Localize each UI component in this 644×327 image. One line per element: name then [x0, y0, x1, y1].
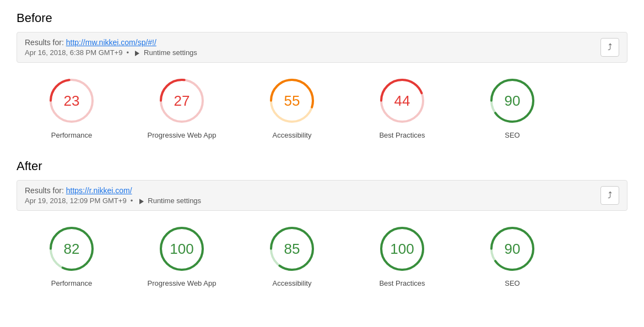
- runtime-settings-link[interactable]: Runtime settings: [144, 48, 197, 57]
- scores-row: 82 Performance 100 Progressive Web App 8…: [17, 224, 627, 287]
- score-number-accessibility-after: 85: [284, 241, 300, 258]
- score-number-pwa-before: 27: [174, 92, 190, 110]
- score-number-accessibility-before: 55: [284, 92, 300, 110]
- score-item-bestpractices-before: 44 Best Practices: [347, 76, 457, 139]
- score-number-pwa-after: 100: [170, 241, 193, 258]
- score-label-accessibility-before: Accessibility: [273, 131, 312, 139]
- scores-row: 23 Performance 27 Progressive Web App 55…: [17, 76, 627, 139]
- score-item-performance-before: 23 Performance: [17, 76, 127, 139]
- results-label: Results for:: [25, 186, 66, 195]
- score-circle-performance-before: 23: [47, 76, 96, 126]
- results-url[interactable]: https://r.nikkei.com/: [66, 186, 132, 195]
- score-item-seo-after: 90 SEO: [457, 224, 567, 287]
- score-number-seo-before: 90: [505, 92, 521, 110]
- score-number-bestpractices-after: 100: [390, 241, 414, 258]
- score-label-performance-before: Performance: [51, 131, 92, 139]
- score-number-seo-after: 90: [505, 241, 521, 258]
- score-circle-bestpractices-before: 44: [377, 76, 427, 126]
- results-info: Results for: http://mw.nikkei.com/sp/#!/…: [25, 38, 197, 57]
- score-item-pwa-after: 100 Progressive Web App: [127, 224, 237, 287]
- results-label: Results for:: [25, 38, 66, 47]
- score-item-accessibility-after: 85 Accessibility: [237, 224, 347, 287]
- results-bar: Results for: https://r.nikkei.com/ Apr 1…: [17, 180, 627, 211]
- results-info: Results for: https://r.nikkei.com/ Apr 1…: [25, 186, 201, 205]
- share-button[interactable]: ⤴: [600, 186, 619, 205]
- share-button[interactable]: ⤴: [600, 38, 619, 57]
- score-item-pwa-before: 27 Progressive Web App: [127, 76, 237, 139]
- score-number-bestpractices-before: 44: [394, 92, 410, 110]
- score-circle-seo-after: 90: [488, 224, 537, 274]
- score-item-bestpractices-after: 100 Best Practices: [347, 224, 457, 287]
- score-circle-accessibility-after: 85: [267, 224, 317, 274]
- results-bar: Results for: http://mw.nikkei.com/sp/#!/…: [17, 32, 627, 63]
- score-number-performance-before: 23: [64, 92, 80, 110]
- results-label-row: Results for: https://r.nikkei.com/: [25, 186, 201, 195]
- section-title: Before: [17, 11, 627, 25]
- results-meta: Apr 19, 2018, 12:09 PM GMT+9 • Runtime s…: [25, 197, 201, 205]
- score-label-accessibility-after: Accessibility: [273, 279, 312, 287]
- score-label-pwa-after: Progressive Web App: [148, 279, 217, 287]
- score-label-pwa-before: Progressive Web App: [148, 131, 217, 139]
- score-circle-pwa-before: 27: [157, 76, 207, 126]
- score-circle-accessibility-before: 55: [267, 76, 317, 126]
- score-item-accessibility-before: 55 Accessibility: [237, 76, 347, 139]
- results-label-row: Results for: http://mw.nikkei.com/sp/#!/: [25, 38, 197, 47]
- score-label-bestpractices-before: Best Practices: [379, 131, 425, 139]
- score-circle-pwa-after: 100: [157, 224, 207, 274]
- section-before: Before Results for: http://mw.nikkei.com…: [17, 11, 627, 139]
- score-item-performance-after: 82 Performance: [17, 224, 127, 287]
- score-number-performance-after: 82: [64, 241, 80, 258]
- score-circle-bestpractices-after: 100: [377, 224, 427, 274]
- arrow-icon: [139, 199, 144, 204]
- arrow-icon: [135, 51, 139, 56]
- section-after: After Results for: https://r.nikkei.com/…: [17, 159, 627, 287]
- runtime-settings-link[interactable]: Runtime settings: [148, 197, 201, 205]
- score-label-performance-after: Performance: [51, 279, 92, 287]
- score-item-seo-before: 90 SEO: [457, 76, 567, 139]
- score-label-seo-after: SEO: [505, 279, 519, 287]
- score-label-seo-before: SEO: [505, 131, 519, 139]
- score-label-bestpractices-after: Best Practices: [379, 279, 425, 287]
- score-circle-performance-after: 82: [47, 224, 96, 274]
- score-circle-seo-before: 90: [488, 76, 537, 126]
- results-meta: Apr 16, 2018, 6:38 PM GMT+9 • Runtime se…: [25, 48, 197, 57]
- section-title: After: [17, 159, 627, 173]
- results-url[interactable]: http://mw.nikkei.com/sp/#!/: [66, 38, 156, 47]
